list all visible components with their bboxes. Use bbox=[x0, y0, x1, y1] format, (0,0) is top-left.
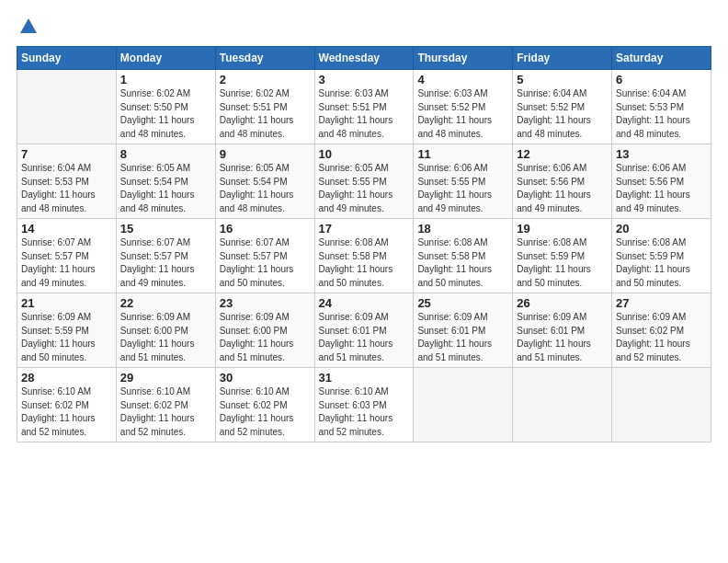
day-info: Sunrise: 6:10 AM Sunset: 6:02 PM Dayligh… bbox=[21, 385, 112, 439]
header bbox=[17, 17, 711, 37]
calendar-header-sunday: Sunday bbox=[17, 47, 117, 70]
day-info: Sunrise: 6:10 AM Sunset: 6:02 PM Dayligh… bbox=[120, 385, 211, 439]
day-info: Sunrise: 6:04 AM Sunset: 5:52 PM Dayligh… bbox=[517, 87, 608, 141]
day-number: 21 bbox=[21, 296, 112, 310]
calendar-cell bbox=[612, 368, 711, 442]
calendar-week-row: 21Sunrise: 6:09 AM Sunset: 5:59 PM Dayli… bbox=[17, 293, 711, 368]
calendar-cell: 4Sunrise: 6:03 AM Sunset: 5:52 PM Daylig… bbox=[414, 70, 513, 144]
day-info: Sunrise: 6:06 AM Sunset: 5:56 PM Dayligh… bbox=[517, 162, 608, 215]
calendar-cell: 25Sunrise: 6:09 AM Sunset: 6:01 PM Dayli… bbox=[414, 293, 513, 368]
calendar-cell bbox=[17, 70, 117, 144]
calendar-week-row: 14Sunrise: 6:07 AM Sunset: 5:57 PM Dayli… bbox=[17, 219, 711, 293]
day-number: 19 bbox=[517, 222, 608, 236]
calendar-week-row: 1Sunrise: 6:02 AM Sunset: 5:50 PM Daylig… bbox=[17, 70, 711, 144]
calendar-header-tuesday: Tuesday bbox=[215, 47, 314, 70]
calendar-cell: 1Sunrise: 6:02 AM Sunset: 5:50 PM Daylig… bbox=[116, 70, 215, 144]
day-info: Sunrise: 6:04 AM Sunset: 5:53 PM Dayligh… bbox=[616, 87, 707, 141]
day-info: Sunrise: 6:08 AM Sunset: 5:58 PM Dayligh… bbox=[417, 236, 508, 290]
calendar-cell: 8Sunrise: 6:05 AM Sunset: 5:54 PM Daylig… bbox=[116, 144, 215, 219]
day-number: 28 bbox=[21, 371, 112, 385]
logo bbox=[17, 17, 39, 37]
day-number: 4 bbox=[417, 73, 508, 86]
calendar-cell: 11Sunrise: 6:06 AM Sunset: 5:55 PM Dayli… bbox=[414, 144, 513, 219]
day-info: Sunrise: 6:09 AM Sunset: 6:01 PM Dayligh… bbox=[517, 311, 608, 364]
calendar-cell: 12Sunrise: 6:06 AM Sunset: 5:56 PM Dayli… bbox=[513, 144, 612, 219]
day-info: Sunrise: 6:10 AM Sunset: 6:03 PM Dayligh… bbox=[319, 385, 410, 439]
day-info: Sunrise: 6:03 AM Sunset: 5:51 PM Dayligh… bbox=[319, 87, 410, 141]
day-number: 23 bbox=[220, 296, 311, 310]
day-number: 14 bbox=[21, 222, 112, 236]
day-number: 25 bbox=[417, 296, 508, 310]
calendar-cell: 26Sunrise: 6:09 AM Sunset: 6:01 PM Dayli… bbox=[513, 293, 612, 368]
calendar-header-friday: Friday bbox=[513, 47, 612, 70]
day-info: Sunrise: 6:08 AM Sunset: 5:58 PM Dayligh… bbox=[319, 236, 410, 290]
day-info: Sunrise: 6:08 AM Sunset: 5:59 PM Dayligh… bbox=[616, 236, 707, 290]
calendar-cell: 9Sunrise: 6:05 AM Sunset: 5:54 PM Daylig… bbox=[215, 144, 314, 219]
calendar-cell: 22Sunrise: 6:09 AM Sunset: 6:00 PM Dayli… bbox=[116, 293, 215, 368]
day-info: Sunrise: 6:09 AM Sunset: 6:01 PM Dayligh… bbox=[319, 311, 410, 364]
calendar-cell: 14Sunrise: 6:07 AM Sunset: 5:57 PM Dayli… bbox=[17, 219, 117, 293]
calendar-cell: 29Sunrise: 6:10 AM Sunset: 6:02 PM Dayli… bbox=[116, 368, 215, 442]
day-info: Sunrise: 6:05 AM Sunset: 5:54 PM Dayligh… bbox=[220, 162, 311, 215]
calendar-cell: 27Sunrise: 6:09 AM Sunset: 6:02 PM Dayli… bbox=[612, 293, 711, 368]
day-number: 29 bbox=[120, 371, 211, 385]
day-info: Sunrise: 6:04 AM Sunset: 5:53 PM Dayligh… bbox=[21, 162, 112, 215]
svg-marker-0 bbox=[20, 18, 37, 33]
day-number: 7 bbox=[21, 147, 112, 161]
day-info: Sunrise: 6:06 AM Sunset: 5:55 PM Dayligh… bbox=[417, 162, 508, 215]
calendar-cell: 7Sunrise: 6:04 AM Sunset: 5:53 PM Daylig… bbox=[17, 144, 117, 219]
day-info: Sunrise: 6:09 AM Sunset: 6:00 PM Dayligh… bbox=[220, 311, 311, 364]
day-info: Sunrise: 6:07 AM Sunset: 5:57 PM Dayligh… bbox=[120, 236, 211, 290]
calendar-cell: 6Sunrise: 6:04 AM Sunset: 5:53 PM Daylig… bbox=[612, 70, 711, 144]
day-info: Sunrise: 6:08 AM Sunset: 5:59 PM Dayligh… bbox=[517, 236, 608, 290]
day-number: 12 bbox=[517, 147, 608, 161]
calendar-table: SundayMondayTuesdayWednesdayThursdayFrid… bbox=[17, 46, 711, 442]
day-info: Sunrise: 6:05 AM Sunset: 5:54 PM Dayligh… bbox=[120, 162, 211, 215]
day-number: 22 bbox=[120, 296, 211, 310]
page: SundayMondayTuesdayWednesdayThursdayFrid… bbox=[0, 0, 728, 452]
calendar-cell bbox=[513, 368, 612, 442]
day-info: Sunrise: 6:06 AM Sunset: 5:56 PM Dayligh… bbox=[616, 162, 707, 215]
day-number: 31 bbox=[319, 371, 410, 385]
day-number: 26 bbox=[517, 296, 608, 310]
day-number: 20 bbox=[616, 222, 707, 236]
calendar-cell: 3Sunrise: 6:03 AM Sunset: 5:51 PM Daylig… bbox=[314, 70, 414, 144]
day-info: Sunrise: 6:09 AM Sunset: 5:59 PM Dayligh… bbox=[21, 311, 112, 364]
calendar-cell: 21Sunrise: 6:09 AM Sunset: 5:59 PM Dayli… bbox=[17, 293, 117, 368]
day-number: 1 bbox=[120, 73, 211, 86]
day-number: 27 bbox=[616, 296, 707, 310]
day-number: 16 bbox=[220, 222, 311, 236]
day-number: 24 bbox=[319, 296, 410, 310]
day-info: Sunrise: 6:02 AM Sunset: 5:51 PM Dayligh… bbox=[220, 87, 311, 141]
day-info: Sunrise: 6:10 AM Sunset: 6:02 PM Dayligh… bbox=[220, 385, 311, 439]
calendar-week-row: 28Sunrise: 6:10 AM Sunset: 6:02 PM Dayli… bbox=[17, 368, 711, 442]
calendar-header-wednesday: Wednesday bbox=[314, 47, 414, 70]
calendar-cell: 17Sunrise: 6:08 AM Sunset: 5:58 PM Dayli… bbox=[314, 219, 414, 293]
day-number: 6 bbox=[616, 73, 707, 86]
calendar-header-thursday: Thursday bbox=[414, 47, 513, 70]
calendar-cell: 10Sunrise: 6:05 AM Sunset: 5:55 PM Dayli… bbox=[314, 144, 414, 219]
calendar-cell: 13Sunrise: 6:06 AM Sunset: 5:56 PM Dayli… bbox=[612, 144, 711, 219]
calendar-cell: 19Sunrise: 6:08 AM Sunset: 5:59 PM Dayli… bbox=[513, 219, 612, 293]
day-info: Sunrise: 6:07 AM Sunset: 5:57 PM Dayligh… bbox=[220, 236, 311, 290]
calendar-header-monday: Monday bbox=[116, 47, 215, 70]
logo-icon bbox=[18, 17, 39, 37]
day-info: Sunrise: 6:05 AM Sunset: 5:55 PM Dayligh… bbox=[319, 162, 410, 215]
day-number: 9 bbox=[220, 147, 311, 161]
calendar-cell bbox=[414, 368, 513, 442]
calendar-header-saturday: Saturday bbox=[612, 47, 711, 70]
calendar-cell: 5Sunrise: 6:04 AM Sunset: 5:52 PM Daylig… bbox=[513, 70, 612, 144]
day-info: Sunrise: 6:09 AM Sunset: 6:01 PM Dayligh… bbox=[417, 311, 508, 364]
day-number: 13 bbox=[616, 147, 707, 161]
day-info: Sunrise: 6:02 AM Sunset: 5:50 PM Dayligh… bbox=[120, 87, 211, 141]
day-number: 17 bbox=[319, 222, 410, 236]
calendar-cell: 16Sunrise: 6:07 AM Sunset: 5:57 PM Dayli… bbox=[215, 219, 314, 293]
calendar-cell: 20Sunrise: 6:08 AM Sunset: 5:59 PM Dayli… bbox=[612, 219, 711, 293]
day-info: Sunrise: 6:09 AM Sunset: 6:00 PM Dayligh… bbox=[120, 311, 211, 364]
day-info: Sunrise: 6:09 AM Sunset: 6:02 PM Dayligh… bbox=[616, 311, 707, 364]
calendar-cell: 24Sunrise: 6:09 AM Sunset: 6:01 PM Dayli… bbox=[314, 293, 414, 368]
day-number: 30 bbox=[220, 371, 311, 385]
day-number: 5 bbox=[517, 73, 608, 86]
calendar-cell: 28Sunrise: 6:10 AM Sunset: 6:02 PM Dayli… bbox=[17, 368, 117, 442]
day-number: 8 bbox=[120, 147, 211, 161]
